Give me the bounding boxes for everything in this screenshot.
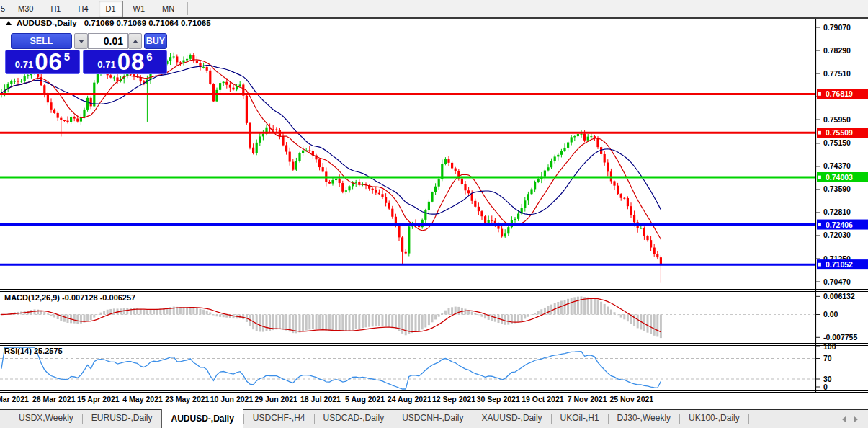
symbol-collapse-icon[interactable] xyxy=(6,21,12,25)
timeframe-button-h1[interactable]: H1 xyxy=(43,1,68,17)
svg-text:23 May 2021: 23 May 2021 xyxy=(165,395,209,404)
timeframe-button-w1[interactable]: W1 xyxy=(126,1,153,17)
chevron-up-icon xyxy=(133,40,138,43)
svg-text:0: 0 xyxy=(823,383,828,391)
svg-text:0.74003: 0.74003 xyxy=(826,173,853,182)
svg-text:19 Oct 2021: 19 Oct 2021 xyxy=(522,395,564,404)
toolbar-divider xyxy=(187,2,188,15)
chart-header: AUDUSD-,Daily 0.71069 0.71069 0.71064 0.… xyxy=(6,19,211,27)
chevron-down-icon xyxy=(79,40,84,43)
svg-text:0.74370: 0.74370 xyxy=(823,161,851,170)
tab-usdchf-h4[interactable]: USDCHF-,H4 xyxy=(244,410,314,428)
tab-usdcnh-daily[interactable]: USDCNH-,Daily xyxy=(393,410,472,428)
tab-usdx-weekly[interactable]: USDX,Weekly xyxy=(10,410,82,428)
svg-text:0.70470: 0.70470 xyxy=(823,277,851,286)
svg-text:15 Apr 2021: 15 Apr 2021 xyxy=(77,395,120,404)
tab-scroll-left-button[interactable] xyxy=(842,416,846,422)
svg-text:0.72030: 0.72030 xyxy=(823,231,851,239)
timeframe-button-mn[interactable]: MN xyxy=(155,1,182,17)
svg-text:100: 100 xyxy=(823,342,836,351)
svg-text:0.75150: 0.75150 xyxy=(823,138,851,147)
timeframe-toolbar: 5M30H1H4D1W1MN xyxy=(0,0,868,19)
tab-uk100-daily[interactable]: UK100-,Daily xyxy=(680,410,748,428)
svg-text:12 Sep 2021: 12 Sep 2021 xyxy=(432,395,475,404)
rsi-layer xyxy=(1,347,661,389)
sell-price-prefix: 0.71 xyxy=(15,59,33,70)
svg-text:0.72406: 0.72406 xyxy=(826,220,853,229)
svg-text:0.78290: 0.78290 xyxy=(823,46,851,55)
svg-text:30 Sep 2021: 30 Sep 2021 xyxy=(477,395,520,404)
tab-scroll-right-button[interactable] xyxy=(854,416,858,422)
macd-layer xyxy=(1,296,661,338)
buy-price-prefix: 0.71 xyxy=(97,59,115,70)
buy-price-pip: 6 xyxy=(146,50,152,63)
rsi-label: RSI(14) 25.2575 xyxy=(4,347,63,355)
buy-button[interactable]: BUY xyxy=(144,33,167,49)
svg-text:-0.007755: -0.007755 xyxy=(823,333,857,342)
buy-price-box[interactable]: 0.71 08 6 xyxy=(83,50,167,74)
svg-text:5 Aug 2021: 5 Aug 2021 xyxy=(345,395,385,404)
timeframe-button-h4[interactable]: H4 xyxy=(71,1,95,17)
chart-tab-bar: USDX,WeeklyEURUSD-,DailyAUDUSD-,DailyUSD… xyxy=(0,409,868,428)
svg-text:0.75509: 0.75509 xyxy=(826,128,853,137)
trading-terminal-window: 0.790700.782900.775100.767300.759500.751… xyxy=(0,0,868,428)
tab-eurusd-daily[interactable]: EURUSD-,Daily xyxy=(83,410,161,428)
svg-text:29 Jun 2021: 29 Jun 2021 xyxy=(254,395,297,404)
tab-usdcad-daily[interactable]: USDCAD-,Daily xyxy=(315,410,393,428)
timeframe-button-d1[interactable]: D1 xyxy=(99,1,123,17)
arrow-left-icon xyxy=(842,416,846,422)
timeframe-button-5[interactable]: 5 xyxy=(0,1,8,17)
sell-price-big: 06 xyxy=(35,51,63,73)
chart-ohlc-quotes: 0.71069 0.71069 0.71064 0.71065 xyxy=(84,19,211,27)
svg-text:7 Nov 2021: 7 Nov 2021 xyxy=(568,395,607,404)
tab-scroll-arrows xyxy=(842,410,868,428)
svg-text:0.71052: 0.71052 xyxy=(826,260,853,269)
arrow-right-icon xyxy=(854,416,858,422)
macd-label: MACD(12,26,9) -0.007128 -0.006257 xyxy=(4,293,135,302)
svg-text:0.72810: 0.72810 xyxy=(823,208,851,216)
sell-button[interactable]: SELL xyxy=(11,33,72,49)
svg-text:26 Mar 2021: 26 Mar 2021 xyxy=(32,395,76,404)
timeframe-button-m30[interactable]: M30 xyxy=(11,1,40,17)
svg-text:4 May 2021: 4 May 2021 xyxy=(122,395,163,404)
svg-text:0.006132: 0.006132 xyxy=(823,292,855,300)
volume-increase-button[interactable] xyxy=(128,33,142,49)
grid-layer xyxy=(0,315,816,380)
svg-text:10 Jun 2021: 10 Jun 2021 xyxy=(210,395,254,404)
svg-text:25 Nov 2021: 25 Nov 2021 xyxy=(609,395,653,404)
moving-averages-layer xyxy=(1,60,661,239)
chart-tabs: USDX,WeeklyEURUSD-,DailyAUDUSD-,DailyUSD… xyxy=(0,410,749,428)
svg-text:18 Jul 2021: 18 Jul 2021 xyxy=(300,395,341,404)
chart-symbol-label: AUDUSD-,Daily xyxy=(17,19,77,27)
svg-text:0.75950: 0.75950 xyxy=(823,115,851,124)
tab-xauusd-daily[interactable]: XAUUSD-,Daily xyxy=(473,410,551,428)
volume-input[interactable]: 0.01 xyxy=(88,33,128,49)
tab-audusd-daily[interactable]: AUDUSD-,Daily xyxy=(161,409,243,428)
tab-ukoil-h1[interactable]: UKOil-,H1 xyxy=(552,410,608,428)
svg-text:0.73590: 0.73590 xyxy=(823,184,851,193)
svg-text:8 Mar 2021: 8 Mar 2021 xyxy=(0,395,29,404)
svg-text:24 Aug 2021: 24 Aug 2021 xyxy=(388,395,431,404)
svg-text:0.77510: 0.77510 xyxy=(823,69,851,78)
volume-decrease-button[interactable] xyxy=(74,33,88,49)
buy-price-big: 08 xyxy=(117,51,146,73)
tab-dj30-weekly[interactable]: DJ30-,Weekly xyxy=(609,410,679,428)
svg-text:0.76819: 0.76819 xyxy=(826,89,853,98)
sell-price-box[interactable]: 0.71 06 5 xyxy=(5,50,80,74)
svg-text:0.79070: 0.79070 xyxy=(823,23,851,32)
sell-price-pip: 5 xyxy=(64,50,70,63)
svg-text:0.00: 0.00 xyxy=(823,310,838,318)
tab-divider xyxy=(748,414,749,424)
svg-text:70: 70 xyxy=(823,354,832,362)
